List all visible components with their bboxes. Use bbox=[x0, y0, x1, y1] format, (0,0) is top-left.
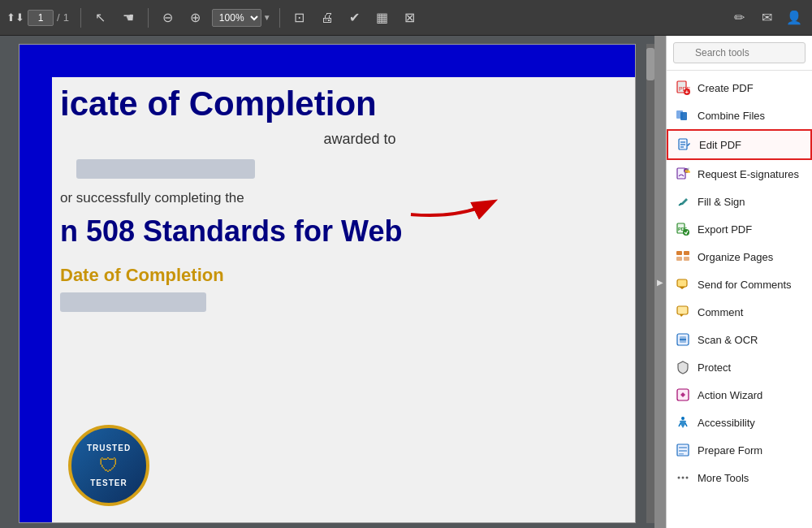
svg-text:+: + bbox=[685, 89, 689, 96]
badge-shield-icon: 🛡 bbox=[99, 454, 119, 477]
tool-comment[interactable]: Comment bbox=[667, 298, 812, 326]
create-pdf-label: Create PDF bbox=[698, 82, 754, 94]
organize-pages-icon bbox=[675, 249, 691, 265]
separator-1 bbox=[80, 8, 81, 28]
pdf-top-border bbox=[19, 45, 635, 77]
svg-line-14 bbox=[679, 203, 681, 206]
comment-label: Comment bbox=[698, 306, 743, 318]
svg-point-37 bbox=[678, 477, 680, 479]
tool-prepare-form[interactable]: Prepare Form bbox=[667, 436, 812, 464]
combine-files-icon bbox=[675, 107, 691, 123]
svg-rect-18 bbox=[676, 251, 682, 255]
tool-combine-files[interactable]: Combine Files bbox=[667, 102, 812, 129]
svg-rect-20 bbox=[676, 257, 682, 261]
mail-button[interactable]: ✉ bbox=[755, 6, 778, 29]
svg-rect-34 bbox=[679, 447, 687, 448]
select-tool-button[interactable]: ↖ bbox=[89, 6, 112, 29]
protect-label: Protect bbox=[698, 361, 731, 374]
compare-button[interactable]: ▦ bbox=[371, 6, 394, 29]
svg-point-30 bbox=[681, 417, 685, 420]
pdf-left-border bbox=[19, 45, 52, 522]
comment-icon bbox=[675, 304, 691, 320]
separator-3 bbox=[279, 8, 280, 28]
separator-2 bbox=[148, 8, 149, 28]
tool-accessibility[interactable]: Accessibility bbox=[667, 409, 812, 436]
zoom-in-button[interactable]: ⊕ bbox=[184, 6, 207, 29]
pdf-blurred-name bbox=[76, 159, 255, 179]
scan-ocr-icon bbox=[675, 331, 691, 348]
svg-rect-21 bbox=[684, 257, 689, 261]
crop-button[interactable]: ⊡ bbox=[288, 6, 311, 29]
pdf-scroll-thumb[interactable] bbox=[646, 48, 654, 80]
check-button[interactable]: ✔ bbox=[343, 6, 366, 29]
tool-more-tools[interactable]: More Tools bbox=[667, 464, 812, 491]
fill-sign-icon bbox=[675, 193, 691, 210]
svg-marker-23 bbox=[679, 287, 685, 289]
combine-files-label: Combine Files bbox=[698, 110, 765, 122]
main-area: icate of Completion awarded to or succes… bbox=[0, 36, 812, 528]
send-comments-icon bbox=[675, 276, 691, 292]
tools-list: PDF+ Create PDF Combine Files Edit PDF bbox=[667, 71, 812, 528]
pdf-page: icate of Completion awarded to or succes… bbox=[19, 44, 636, 523]
toolbar-right: ✏ ✉ 👤 bbox=[728, 6, 806, 29]
tool-protect[interactable]: Protect bbox=[667, 353, 812, 381]
badge-trusted-text: TRUSTED bbox=[87, 444, 131, 452]
user-button[interactable]: 👤 bbox=[783, 6, 806, 29]
action-wizard-icon bbox=[675, 387, 691, 403]
svg-rect-6 bbox=[680, 112, 687, 120]
svg-point-39 bbox=[686, 477, 689, 479]
accessibility-label: Accessibility bbox=[698, 417, 755, 429]
badge-tester-text: TESTER bbox=[90, 478, 127, 487]
prepare-form-icon bbox=[675, 442, 691, 458]
action-wizard-label: Action Wizard bbox=[698, 389, 762, 401]
pdf-course-title: n 508 Standards for Web bbox=[60, 214, 627, 249]
scan-button[interactable]: ⊠ bbox=[399, 6, 421, 29]
svg-rect-24 bbox=[677, 306, 688, 314]
tool-organize-pages[interactable]: Organize Pages bbox=[667, 243, 812, 270]
tool-create-pdf[interactable]: PDF+ Create PDF bbox=[667, 74, 812, 102]
tool-send-comments[interactable]: Send for Comments bbox=[667, 270, 812, 298]
svg-line-32 bbox=[685, 423, 687, 426]
pdf-title: icate of Completion bbox=[60, 85, 627, 123]
request-esignatures-icon: ✍ bbox=[675, 166, 691, 182]
pdf-scrollbar[interactable] bbox=[646, 44, 654, 523]
print-button[interactable]: 🖨 bbox=[316, 6, 339, 29]
right-panel: 🔍 PDF+ Create PDF Combine Files bbox=[666, 36, 812, 528]
pdf-area: icate of Completion awarded to or succes… bbox=[0, 36, 654, 528]
tool-export-pdf[interactable]: PDF Export PDF bbox=[667, 215, 812, 243]
hand-tool-button[interactable]: ☚ bbox=[117, 6, 140, 29]
more-tools-label: More Tools bbox=[698, 472, 749, 484]
search-tools-wrapper: 🔍 bbox=[673, 42, 806, 63]
page-nav: ⬆⬇ 1 / 1 bbox=[6, 10, 69, 26]
svg-marker-25 bbox=[680, 314, 684, 317]
pdf-blurred-date bbox=[60, 292, 206, 312]
prepare-form-label: Prepare Form bbox=[698, 444, 762, 457]
zoom-dropdown-icon: ▼ bbox=[263, 13, 271, 22]
svg-text:✍: ✍ bbox=[685, 167, 690, 174]
zoom-select[interactable]: 100% 75% 125% 150% bbox=[212, 9, 261, 27]
zoom-out-button[interactable]: ⊖ bbox=[157, 6, 179, 29]
search-tools-input[interactable] bbox=[673, 42, 806, 63]
pdf-date-label: Date of Completion bbox=[60, 265, 627, 286]
page-nav-icon: ⬆⬇ bbox=[6, 11, 24, 24]
zoom-control: 100% 75% 125% 150% ▼ bbox=[212, 9, 271, 27]
svg-line-31 bbox=[679, 423, 680, 426]
tool-edit-pdf[interactable]: Edit PDF bbox=[667, 129, 812, 160]
search-tools-container: 🔍 bbox=[667, 36, 812, 71]
svg-point-38 bbox=[682, 477, 685, 479]
pdf-completing-text: or successfully completing the bbox=[60, 190, 627, 206]
organize-pages-label: Organize Pages bbox=[698, 251, 773, 263]
tool-fill-sign[interactable]: Fill & Sign bbox=[667, 188, 812, 215]
tool-scan-ocr[interactable]: Scan & OCR bbox=[667, 326, 812, 353]
page-number-input[interactable]: 1 bbox=[28, 10, 54, 26]
badge-circle: TRUSTED 🛡 TESTER bbox=[68, 425, 149, 506]
fill-sign-label: Fill & Sign bbox=[698, 196, 745, 208]
panel-collapse-handle[interactable]: ▶ bbox=[654, 36, 666, 528]
svg-rect-36 bbox=[679, 453, 684, 455]
scan-ocr-label: Scan & OCR bbox=[698, 334, 758, 346]
send-comments-label: Send for Comments bbox=[698, 279, 792, 291]
pen-tool-button[interactable]: ✏ bbox=[728, 6, 750, 29]
more-tools-icon bbox=[675, 470, 691, 486]
tool-request-esignatures[interactable]: ✍ Request E-signatures bbox=[667, 160, 812, 188]
tool-action-wizard[interactable]: Action Wizard bbox=[667, 381, 812, 409]
